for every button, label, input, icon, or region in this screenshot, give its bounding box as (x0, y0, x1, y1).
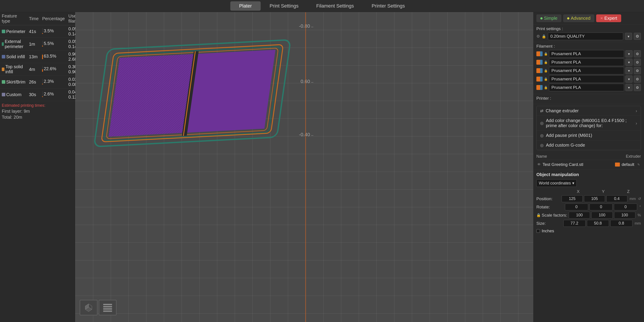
time-cell: 1m (27, 38, 40, 50)
extruder-label: default (622, 162, 634, 167)
scale-x-input[interactable]: 100 (569, 212, 590, 218)
eye-icon[interactable]: 👁 (537, 162, 541, 166)
col-percentage: Percentage (40, 12, 66, 25)
filament-lock-icon: 🔒 (544, 86, 548, 89)
filament-lock-icon: 🔒 (544, 77, 548, 81)
filament-dropdown-1[interactable]: ▾ (626, 59, 632, 66)
filament-input-0[interactable]: Prusament PLA (549, 50, 624, 58)
right-panel: Simple Advanced ✕ Expert Print settings … (533, 12, 644, 322)
filament-gear-1[interactable]: ⚙ (634, 59, 641, 66)
tab-plater[interactable]: Plater (230, 1, 261, 11)
feature-name-cell: External perimeter (0, 38, 27, 50)
coord-system-dropdown[interactable]: World coordinates ▾ (536, 180, 577, 187)
feature-color (2, 42, 4, 46)
time-cell: 30s (27, 88, 40, 101)
tab-printer-settings[interactable]: Printer Settings (363, 1, 414, 11)
print-settings-input[interactable]: 0.20mm QUALITY (548, 32, 623, 40)
filament-gear-2[interactable]: ⚙ (634, 67, 641, 74)
filament-input-4[interactable]: Prusament PLA (549, 84, 624, 91)
position-z-input[interactable]: 0.4 (606, 195, 628, 202)
coord-headers: X Y Z (536, 189, 641, 194)
inches-checkbox[interactable] (536, 229, 540, 233)
feature-name-cell: Solid infill (0, 50, 27, 63)
object-item[interactable]: 👁 Test Greeting Card.stl default ✎ (536, 161, 641, 168)
advanced-mode-btn[interactable]: Advanced (563, 14, 594, 22)
size-x-input[interactable]: 77.2 (564, 220, 586, 227)
scale-unit: % (638, 213, 641, 218)
feature-color (2, 93, 5, 96)
table-row: Custom 30s 2.6% 0.04 m 0.12 g (0, 88, 75, 101)
filament-input-3[interactable]: Prusament PLA (549, 75, 624, 83)
filament-dropdown-4[interactable]: ▾ (626, 84, 632, 91)
add-gcode-item[interactable]: ◎ Add custom G-code (536, 140, 641, 150)
filament-gear-4[interactable]: ⚙ (634, 84, 641, 91)
tab-print-settings[interactable]: Print Settings (261, 1, 308, 11)
name-col-header: Name (536, 154, 547, 159)
scale-z-input[interactable]: 100 (614, 212, 635, 218)
svg-rect-22 (103, 306, 112, 308)
position-row: Position: 125 105 0.4 mm ↺ (536, 195, 641, 202)
simple-mode-btn[interactable]: Simple (536, 14, 562, 22)
color-change-arrow: › (636, 121, 637, 126)
rotate-label: Rotate: (536, 205, 564, 210)
viewport[interactable]: -0.80 0.60 -0.40 (75, 12, 533, 322)
filament-gear-0[interactable]: ⚙ (634, 50, 641, 57)
size-row: Size: 77.2 50.8 0.8 mm (536, 220, 641, 227)
z-header: Z (616, 189, 641, 194)
print-settings-dropdown[interactable]: ▾ (625, 33, 632, 40)
filament-dropdown-0[interactable]: ▾ (626, 50, 632, 57)
cube-nav[interactable] (80, 300, 98, 315)
change-extruder-item[interactable]: ⇄ Change extruder › (536, 106, 641, 116)
reset-position-icon[interactable]: ↺ (638, 197, 641, 201)
size-z-input[interactable]: 0.8 (610, 220, 632, 227)
viewport-nav-icons (80, 300, 116, 315)
rotate-y-input[interactable]: 0 (590, 204, 613, 210)
filament-gear-3[interactable]: ⚙ (634, 76, 641, 82)
scale-lock-icon[interactable]: 🔒 (536, 213, 541, 217)
manipulation-title: Object manipulation (536, 172, 641, 177)
print-settings-row: ⚙ 🔒 0.20mm QUALITY ▾ ⚙ (536, 32, 641, 40)
rotate-x-input[interactable]: 0 (565, 204, 588, 210)
filament-input-2[interactable]: Prusament PLA (549, 67, 624, 74)
top-nav: Plater Print Settings Filament Settings … (0, 0, 644, 12)
scale-y-input[interactable]: 100 (591, 212, 612, 218)
filament-dropdown-3[interactable]: ▾ (626, 76, 632, 82)
svg-text:-0.40: -0.40 (299, 132, 310, 137)
tab-filament-settings[interactable]: Filament Settings (308, 1, 363, 11)
object-settings-icon[interactable]: ✎ (637, 163, 640, 166)
time-cell: 4m (27, 63, 40, 76)
feature-color (2, 80, 5, 84)
rotate-z-input[interactable]: 0 (614, 204, 637, 210)
print-mode-bar: Simple Advanced ✕ Expert (533, 12, 644, 24)
table-row: Perimeter 41s 3.5% 0.05 m 0.14 g (0, 25, 75, 38)
coord-dropdown-row: World coordinates ▾ (536, 180, 641, 187)
3d-object-svg: -0.80 0.60 -0.40 (75, 12, 533, 322)
feature-name-cell: Perimeter (0, 25, 27, 38)
svg-rect-24 (103, 310, 112, 312)
expert-mode-btn[interactable]: ✕ Expert (596, 14, 621, 22)
position-y-input[interactable]: 105 (584, 195, 605, 202)
pause-label: Add pause print (M601) (546, 133, 592, 138)
used-cell: 0.04 m 0.12 g (67, 88, 75, 101)
time-cell: 13m (27, 50, 40, 63)
time-cell: 26s (27, 76, 40, 88)
pct-cell: 2.6% (40, 88, 66, 101)
printer-section: Printer : (533, 94, 644, 104)
filament-row: 🔒 Prusament PLA ▾ ⚙ (536, 50, 641, 58)
advanced-dot (567, 17, 569, 20)
svg-text:-0.80: -0.80 (299, 23, 310, 29)
filament-input-1[interactable]: Prusament PLA (549, 58, 624, 66)
scale-label: Scale factors: (542, 213, 568, 218)
filament-color-swatch-2 (536, 68, 542, 73)
color-change-icon: ◎ (540, 121, 544, 126)
layers-nav[interactable] (99, 300, 116, 315)
add-color-change-item[interactable]: ◎ Add color change (M600G1 E0.4 F1500 ; … (536, 116, 641, 131)
size-y-input[interactable]: 50.8 (587, 220, 609, 227)
add-pause-item[interactable]: ◎ Add pause print (M601) (536, 131, 641, 140)
filament-dropdown-2[interactable]: ▾ (626, 67, 632, 74)
position-label: Position: (536, 196, 560, 201)
coord-dropdown-arrow: ▾ (572, 181, 574, 186)
position-x-input[interactable]: 125 (562, 195, 583, 202)
change-extruder-icon: ⇄ (540, 108, 544, 114)
print-settings-gear[interactable]: ⚙ (634, 33, 641, 40)
